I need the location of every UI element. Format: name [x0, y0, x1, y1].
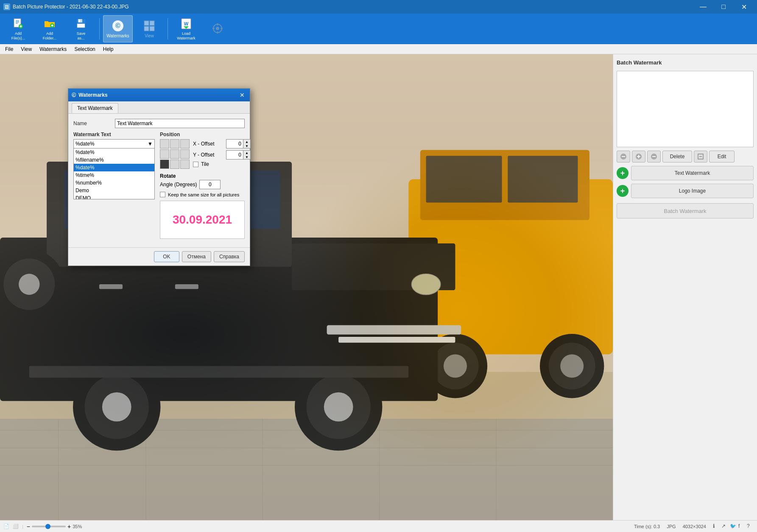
- add-text-watermark-icon[interactable]: +: [617, 167, 629, 179]
- x-offset-spinbox[interactable]: ▲ ▼: [226, 139, 251, 148]
- text-watermark-tab[interactable]: Text Watermark: [72, 103, 118, 113]
- menu-selection[interactable]: Selection: [71, 45, 98, 53]
- info-icon[interactable]: ℹ: [713, 523, 720, 530]
- svg-rect-13: [79, 20, 80, 22]
- dialog-close-button[interactable]: ✕: [238, 91, 246, 99]
- ok-button[interactable]: OK: [154, 251, 179, 262]
- text-watermark-button[interactable]: Text Watermark: [631, 166, 754, 180]
- angle-row: Angle (Degrees): [160, 180, 245, 189]
- settings-button[interactable]: [203, 15, 232, 42]
- svg-rect-43: [508, 156, 578, 202]
- right-panel: Batch Watermark Delete Edit + Text Water…: [613, 54, 757, 520]
- settings-icon: [211, 22, 224, 35]
- dropdown-item-date1[interactable]: %date%: [74, 148, 154, 156]
- edit-button[interactable]: Edit: [709, 151, 735, 162]
- dropdown-item-time[interactable]: %time%: [74, 171, 154, 179]
- dialog-columns: Watermark Text %date% ▼ %date% %filename…: [73, 132, 245, 242]
- menu-help[interactable]: Help: [100, 45, 117, 53]
- offsets-container: X - Offset ▲ ▼: [193, 139, 251, 171]
- add-logo-image-icon[interactable]: +: [617, 185, 629, 197]
- load-watermark-button[interactable]: W Load Watermark: [171, 15, 201, 42]
- tile-checkbox[interactable]: [193, 162, 198, 167]
- window-title: Batch Picture Protector - 2021-06-30 22-…: [13, 4, 128, 10]
- add-files-button[interactable]: Add File(s)...: [3, 15, 33, 42]
- panel-icon-btn-1[interactable]: [617, 151, 630, 162]
- x-offset-up[interactable]: ▲: [243, 140, 250, 144]
- svg-rect-65: [175, 284, 198, 289]
- watermark-text-label: Watermark Text: [73, 132, 155, 137]
- pos-middleleft[interactable]: [160, 149, 169, 159]
- y-offset-input[interactable]: [226, 150, 243, 160]
- angle-input[interactable]: [199, 180, 221, 189]
- panel-icon-btn-2[interactable]: [632, 151, 645, 162]
- toolbar-sep-1: [99, 18, 100, 39]
- y-offset-up[interactable]: ▲: [243, 151, 250, 155]
- svg-rect-20: [150, 26, 154, 31]
- add-folder-button[interactable]: Add Folder...: [35, 15, 64, 42]
- pos-topright[interactable]: [180, 139, 190, 148]
- view-label: View: [145, 34, 154, 39]
- panel-icon-btn-3[interactable]: [647, 151, 661, 162]
- logo-image-button[interactable]: Logo Image: [631, 184, 754, 198]
- batch-watermark-button[interactable]: Batch Watermark: [617, 203, 754, 218]
- dropdown-item-demo1[interactable]: Demo: [74, 187, 154, 194]
- watermarks-dialog[interactable]: © Watermarks ✕ Text Watermark Name: [68, 88, 250, 266]
- delete-button[interactable]: Delete: [662, 151, 692, 162]
- same-size-checkbox[interactable]: [160, 192, 165, 197]
- x-offset-input[interactable]: [226, 139, 243, 148]
- dropdown-item-number[interactable]: %number%: [74, 179, 154, 187]
- panel-icon-btn-4[interactable]: [694, 151, 707, 162]
- position-grid: [160, 139, 190, 169]
- zoom-value: 35%: [73, 524, 82, 529]
- view-button[interactable]: View: [134, 15, 164, 42]
- dropdown-item-demo2[interactable]: DEMO: [74, 194, 154, 199]
- svg-rect-18: [150, 21, 154, 25]
- share-icon[interactable]: ↗: [721, 523, 728, 530]
- toolbar: Add File(s)... Add Folder... Save as...: [0, 14, 757, 44]
- maximize-button[interactable]: □: [714, 0, 733, 14]
- twitter-icon[interactable]: 🐦: [730, 523, 737, 530]
- title-bar-controls: — □ ✕: [693, 0, 754, 14]
- zoom-out-button[interactable]: −: [27, 523, 30, 530]
- y-offset-down[interactable]: ▼: [243, 155, 250, 159]
- menu-file[interactable]: File: [2, 45, 17, 53]
- panel-action-row: Delete Edit: [617, 151, 754, 162]
- dropdown-list[interactable]: %date% %filename% %date% %time% %number%…: [73, 148, 155, 199]
- pos-bottomleft[interactable]: [160, 160, 169, 169]
- dropdown-item-filename[interactable]: %filename%: [74, 156, 154, 164]
- svg-rect-63: [327, 325, 461, 334]
- watermarks-icon: ©: [111, 19, 125, 33]
- menu-view[interactable]: View: [17, 45, 35, 53]
- svg-point-49: [560, 354, 584, 378]
- pos-topcenter[interactable]: [170, 139, 179, 148]
- x-offset-down[interactable]: ▼: [243, 144, 250, 148]
- watermarks-button[interactable]: © Watermarks: [103, 15, 133, 42]
- pos-topleft[interactable]: [160, 139, 169, 148]
- svg-rect-6: [20, 25, 21, 27]
- y-offset-spinbox[interactable]: ▲ ▼: [226, 150, 251, 160]
- save-as-button[interactable]: Save as...: [66, 15, 96, 42]
- pos-middleright[interactable]: [180, 149, 190, 159]
- zoom-in-button[interactable]: +: [67, 523, 71, 530]
- select-icon: ⬜: [13, 524, 19, 529]
- zoom-slider[interactable]: [32, 526, 66, 527]
- status-right: Time (s): 0.3 JPG 4032×3024 ℹ ↗ 🐦 f ?: [634, 523, 754, 530]
- minimize-button[interactable]: —: [693, 0, 713, 14]
- pos-bottomcenter[interactable]: [170, 160, 179, 169]
- close-button[interactable]: ✕: [734, 0, 754, 14]
- svg-text:W: W: [184, 21, 189, 26]
- svg-rect-17: [144, 21, 149, 25]
- dropdown-header[interactable]: %date% ▼: [73, 139, 155, 148]
- cancel-button[interactable]: Отмена: [182, 251, 211, 262]
- watermark-text-dropdown[interactable]: %date% ▼ %date% %filename% %date% %time%…: [73, 139, 155, 148]
- help-button[interactable]: Справка: [214, 251, 245, 262]
- pos-bottomright[interactable]: [180, 160, 190, 169]
- menu-watermarks[interactable]: Watermarks: [36, 45, 70, 53]
- help-status-icon[interactable]: ?: [747, 523, 754, 530]
- pos-middlecenter[interactable]: [170, 149, 179, 159]
- add-folder-icon: [43, 17, 56, 31]
- dropdown-item-date2[interactable]: %date%: [74, 164, 154, 171]
- watermarks-label: Watermarks: [106, 34, 129, 39]
- name-input[interactable]: [115, 119, 245, 128]
- facebook-icon[interactable]: f: [738, 523, 745, 530]
